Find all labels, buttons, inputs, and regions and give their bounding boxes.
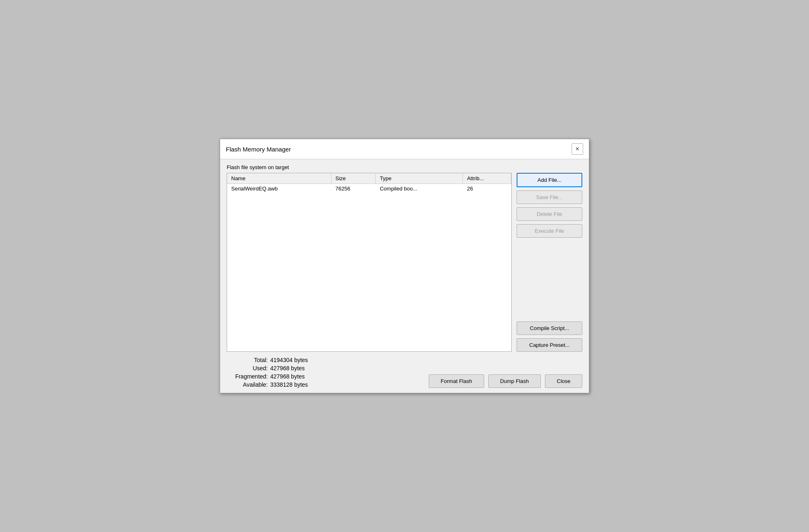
stat-fragmented: Fragmented: 427968 bytes [227,373,315,380]
dialog-title: Flash Memory Manager [226,146,291,153]
save-file-button[interactable]: Save File... [517,190,582,204]
main-area: Name Size Type Attrib... SerialWeirdEQ.a… [227,173,582,352]
section-label: Flash file system on target [227,164,582,170]
col-attrib: Attrib... [463,173,511,184]
title-bar: Flash Memory Manager × [220,139,589,159]
delete-file-button[interactable]: Delete File [517,207,582,221]
row-type: Compiled boo... [375,184,462,194]
total-value: 4194304 bytes [270,357,315,363]
fragmented-value: 427968 bytes [270,373,315,380]
row-name: SerialWeirdEQ.awb [227,184,331,194]
table-header-row: Name Size Type Attrib... [227,173,511,184]
flash-memory-manager-dialog: Flash Memory Manager × Flash file system… [220,139,589,393]
buttons-panel: Add File... Save File... Delete File Exe… [517,173,582,352]
spacer [517,241,582,318]
col-size: Size [331,173,375,184]
col-type: Type [375,173,462,184]
stat-total: Total: 4194304 bytes [227,357,315,363]
available-label: Available: [227,381,268,388]
stat-available: Available: 3338128 bytes [227,381,315,388]
file-table-container: Name Size Type Attrib... SerialWeirdEQ.a… [227,173,512,352]
fragmented-label: Fragmented: [227,373,268,380]
footer-buttons: Format Flash Dump Flash Close [429,374,582,388]
dialog-body: Flash file system on target Name Size Ty… [220,159,589,393]
compile-script-button[interactable]: Compile Script... [517,321,582,335]
used-value: 427968 bytes [270,365,315,371]
footer: Total: 4194304 bytes Used: 427968 bytes … [227,357,582,388]
used-label: Used: [227,365,268,371]
add-file-button[interactable]: Add File... [517,173,582,187]
available-value: 3338128 bytes [270,381,315,388]
capture-preset-button[interactable]: Capture Preset... [517,338,582,352]
dump-flash-button[interactable]: Dump Flash [488,374,541,388]
total-label: Total: [227,357,268,363]
execute-file-button[interactable]: Execute File [517,224,582,238]
col-name: Name [227,173,331,184]
close-button[interactable]: Close [545,374,582,388]
stats-panel: Total: 4194304 bytes Used: 427968 bytes … [227,357,315,388]
format-flash-button[interactable]: Format Flash [429,374,484,388]
table-row[interactable]: SerialWeirdEQ.awb 76256 Compiled boo... … [227,184,511,194]
row-attrib: 26 [463,184,511,194]
row-size: 76256 [331,184,375,194]
file-table: Name Size Type Attrib... SerialWeirdEQ.a… [227,173,511,193]
stat-used: Used: 427968 bytes [227,365,315,371]
close-icon-button[interactable]: × [572,143,583,155]
